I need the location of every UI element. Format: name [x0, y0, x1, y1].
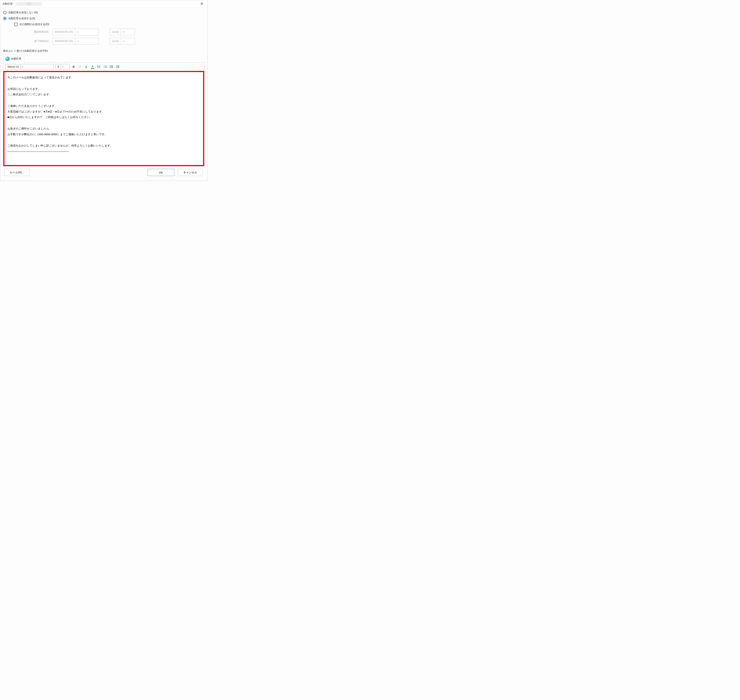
radio-icon	[3, 17, 6, 20]
tab-auto-reply[interactable]: 自動応答	[3, 54, 24, 63]
numbered-list-button[interactable]: 123	[103, 65, 107, 68]
start-time-combo[interactable]: 14:00	[110, 29, 135, 35]
auto-reply-textarea[interactable]	[4, 72, 203, 165]
title-account-masked: xxx	[16, 2, 42, 6]
tab-label: 自動応答	[11, 57, 21, 60]
checkbox-label: 次の期間のみ送信する(O):	[19, 23, 50, 26]
globe-icon	[5, 57, 10, 61]
dialog-window: 自動応答 - xxx 自動応答を送信しない(N) 自動応答を送信する(S) 次の…	[0, 0, 208, 181]
font-color-swatch	[91, 68, 94, 69]
chevron-down-icon	[21, 64, 25, 69]
combo-value: 14:00	[110, 40, 121, 43]
chevron-down-icon	[75, 38, 80, 44]
underline-button[interactable]: U	[84, 65, 88, 68]
font-color-A: A	[91, 65, 93, 68]
format-toolbar: Meiryo UI 9 B I U A 123	[3, 63, 204, 71]
checkbox-period-only[interactable]: 次の期間のみ送信する(O):	[14, 23, 204, 26]
bulleted-list-button[interactable]	[97, 65, 101, 68]
cancel-button[interactable]: キャンセル	[178, 169, 202, 176]
titlebar: 自動応答 - xxx	[0, 0, 207, 7]
reply-section-label: 差出人に 1 度だけ自動応答する文字列:	[3, 49, 204, 53]
checkbox-icon	[14, 23, 18, 26]
dialog-footer: ルール(R)... OK キャンセル	[3, 166, 204, 179]
end-time-combo[interactable]: 14:00	[110, 38, 135, 44]
svg-point-2	[97, 66, 98, 67]
chevron-down-icon	[75, 29, 80, 35]
combo-value: Meiryo UI	[6, 65, 21, 68]
radio-send[interactable]: 自動応答を送信する(S)	[3, 17, 204, 20]
font-family-combo[interactable]: Meiryo UI	[6, 64, 54, 69]
svg-point-0	[97, 66, 98, 66]
radio-label: 自動応答を送信しない(N)	[8, 11, 38, 14]
svg-point-4	[97, 68, 98, 68]
close-icon[interactable]	[199, 1, 205, 7]
chevron-down-icon	[121, 38, 126, 44]
radio-icon	[3, 11, 6, 14]
chevron-down-icon	[121, 29, 126, 35]
indent-button[interactable]	[115, 65, 120, 68]
reply-body-highlight	[3, 71, 204, 166]
radio-label: 自動応答を送信する(S)	[8, 17, 35, 20]
outdent-button[interactable]	[109, 65, 114, 68]
start-time-label: 開始時刻(M):	[21, 29, 52, 35]
combo-value: 9	[56, 65, 61, 68]
end-time-label: 終了時刻(D):	[21, 38, 52, 44]
ok-button[interactable]: OK	[147, 169, 174, 176]
combo-value: 2024/02/29 (木)	[53, 40, 75, 43]
combo-value: 14:00	[110, 31, 121, 34]
radio-no-send[interactable]: 自動応答を送信しない(N)	[3, 11, 204, 14]
font-size-combo[interactable]: 9	[56, 64, 69, 69]
end-date-combo[interactable]: 2024/02/29 (木)	[52, 38, 99, 44]
chevron-down-icon	[61, 64, 65, 69]
font-color-button[interactable]: A	[90, 65, 95, 69]
italic-button[interactable]: I	[78, 65, 82, 68]
svg-text:3: 3	[103, 67, 104, 68]
rules-button[interactable]: ルール(R)...	[4, 169, 29, 176]
title-prefix: 自動応答 -	[2, 2, 15, 6]
editor: Meiryo UI 9 B I U A 123	[3, 63, 204, 166]
combo-value: 2024/02/28 (水)	[53, 30, 75, 34]
bold-button[interactable]: B	[71, 65, 76, 68]
start-date-combo[interactable]: 2024/02/28 (水)	[52, 29, 99, 35]
